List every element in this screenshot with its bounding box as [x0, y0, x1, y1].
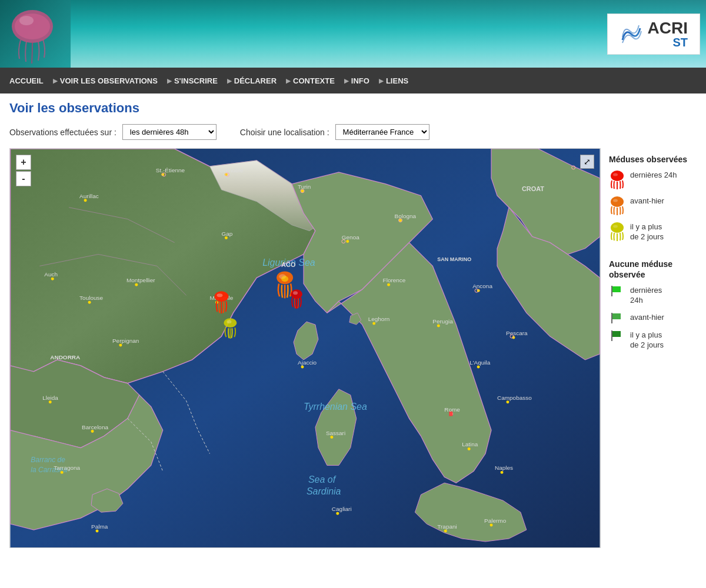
svg-point-96 — [613, 173, 618, 176]
svg-text:ACO: ACO — [281, 261, 296, 268]
map-svg: Ligurian Sea Tyrrhenian Sea Sea of Sardi… — [10, 149, 600, 547]
svg-point-68 — [501, 471, 504, 474]
svg-point-98 — [613, 199, 618, 202]
svg-text:Tarragona: Tarragona — [54, 465, 80, 471]
nav-info[interactable]: ▶ INFO — [339, 68, 374, 93]
ocean-background — [0, 0, 706, 68]
logo-text: ACRI ST — [648, 20, 688, 48]
svg-text:Leghorn: Leghorn — [368, 316, 390, 322]
svg-point-17 — [301, 189, 304, 192]
svg-text:Montpellier: Montpellier — [126, 277, 155, 283]
flag-bright-green-icon — [609, 286, 625, 296]
filter-time-label: Observations effectuées sur : — [9, 128, 116, 137]
legend-item-red: dernières 24h — [609, 171, 688, 189]
nav-accueil[interactable]: ACCUEIL — [5, 68, 48, 93]
svg-point-44 — [119, 344, 122, 347]
logo-st: ST — [648, 36, 688, 48]
legend-label-orange: avant-hier — [630, 196, 664, 206]
svg-point-40 — [88, 301, 91, 304]
svg-point-19 — [399, 219, 402, 222]
svg-text:Ancona: Ancona — [472, 283, 492, 289]
nav-inscrire[interactable]: ▶ S'INSCRIRE — [162, 68, 222, 93]
svg-point-24 — [225, 236, 228, 239]
svg-point-70 — [336, 512, 339, 515]
logo-acri: ACRI — [648, 20, 688, 36]
jellyfish-yellow-icon — [609, 222, 625, 241]
main-area: Ligurian Sea Tyrrhenian Sea Sea of Sardi… — [9, 148, 697, 548]
svg-text:Ajaccio: Ajaccio — [298, 359, 317, 366]
legend-item-flag-mid: avant-hier — [609, 313, 688, 323]
svg-text:Grenoble: Grenoble — [219, 167, 243, 173]
legend-panel: Méduses observées dernières 24h — [601, 148, 697, 548]
svg-text:Tyrrhenian Sea: Tyrrhenian Sea — [304, 402, 367, 412]
zoom-in-button[interactable]: + — [16, 155, 31, 170]
svg-point-2 — [15, 14, 50, 39]
header-banner: ACRI ST — [0, 0, 706, 68]
svg-text:Rome: Rome — [444, 406, 460, 413]
svg-point-62 — [301, 365, 304, 368]
map-container: Ligurian Sea Tyrrhenian Sea Sea of Sardi… — [9, 148, 601, 548]
svg-text:Aurillac: Aurillac — [79, 193, 99, 199]
legend-label-yellow: il y a plusde 2 jours — [630, 222, 664, 242]
legend-item-yellow: il y a plusde 2 jours — [609, 222, 688, 242]
svg-point-76 — [490, 524, 493, 527]
svg-point-47 — [477, 365, 480, 368]
svg-text:Naples: Naples — [495, 465, 513, 471]
svg-point-97 — [611, 196, 624, 207]
flag-mid-green-icon — [609, 313, 625, 323]
svg-point-74 — [444, 530, 447, 533]
svg-text:Sea of: Sea of — [308, 475, 337, 485]
svg-point-42 — [51, 278, 54, 280]
legend-jellyfish-title: Méduses observées — [609, 154, 688, 165]
legend-item-flag-dark: il y a plusde 2 jours — [609, 330, 688, 350]
legend-no-jellyfish-title: Aucune méduseobservée — [609, 259, 688, 280]
svg-point-22 — [346, 240, 349, 243]
svg-point-82 — [281, 276, 288, 282]
svg-text:Palma: Palma — [91, 523, 108, 530]
nav-observations[interactable]: ▶ VOIR LES OBSERVATIONS — [48, 68, 162, 93]
header-jellyfish-image — [0, 0, 71, 68]
svg-text:Auch: Auch — [44, 271, 58, 278]
logo-container: ACRI ST — [607, 14, 700, 55]
svg-point-38 — [437, 325, 440, 328]
filter-location-label: Choisir une localisation : — [240, 128, 329, 137]
legend-label-flag-dark: il y a plusde 2 jours — [630, 330, 664, 350]
map-expand-button[interactable]: ⤢ — [580, 155, 594, 169]
svg-text:Florence: Florence — [383, 277, 406, 283]
svg-point-51 — [49, 400, 52, 403]
svg-point-64 — [330, 436, 333, 439]
svg-point-84 — [293, 291, 298, 295]
navigation: ACCUEIL ▶ VOIR LES OBSERVATIONS ▶ S'INSC… — [0, 68, 706, 93]
svg-text:Latina: Latina — [462, 442, 478, 448]
svg-text:Barranc de: Barranc de — [31, 456, 65, 464]
page-title: Voir les observations — [9, 101, 697, 116]
svg-text:Bologna: Bologna — [395, 213, 417, 219]
legend-label-flag-bright: dernières24h — [630, 286, 662, 306]
svg-point-100 — [613, 225, 618, 228]
svg-point-99 — [611, 222, 624, 233]
svg-text:Toulouse: Toulouse — [79, 295, 103, 301]
svg-text:CROAT: CROAT — [522, 185, 544, 192]
svg-point-66 — [468, 447, 471, 450]
svg-point-15 — [84, 199, 87, 202]
legend-label-flag-mid: avant-hier — [630, 313, 664, 323]
svg-text:St.-Étienne: St.-Étienne — [156, 167, 185, 173]
nav-liens[interactable]: ▶ LIENS — [374, 68, 413, 93]
svg-text:Sassari: Sassari — [326, 430, 345, 436]
zoom-out-button[interactable]: - — [16, 171, 31, 186]
nav-declarer[interactable]: ▶ DÉCLARER — [222, 68, 281, 93]
svg-point-58 — [506, 400, 509, 403]
svg-point-95 — [611, 171, 624, 181]
jellyfish-orange-icon — [609, 196, 625, 215]
svg-point-72 — [96, 530, 99, 533]
svg-text:Campobasso: Campobasso — [497, 395, 532, 401]
svg-point-26 — [135, 283, 138, 286]
svg-text:Palermo: Palermo — [484, 517, 507, 524]
svg-point-36 — [372, 322, 375, 325]
nav-contexte[interactable]: ▶ CONTEXTE — [281, 68, 339, 93]
filter-bar: Observations effectuées sur : les derniè… — [9, 124, 697, 140]
svg-point-79 — [217, 293, 222, 297]
filter-time-select[interactable]: les dernières 24h les dernières 48h la d… — [122, 124, 217, 140]
svg-text:SAN MARINO: SAN MARINO — [437, 256, 471, 262]
filter-location-select[interactable]: Méditerranée France Atlantique France Ma… — [335, 124, 429, 140]
